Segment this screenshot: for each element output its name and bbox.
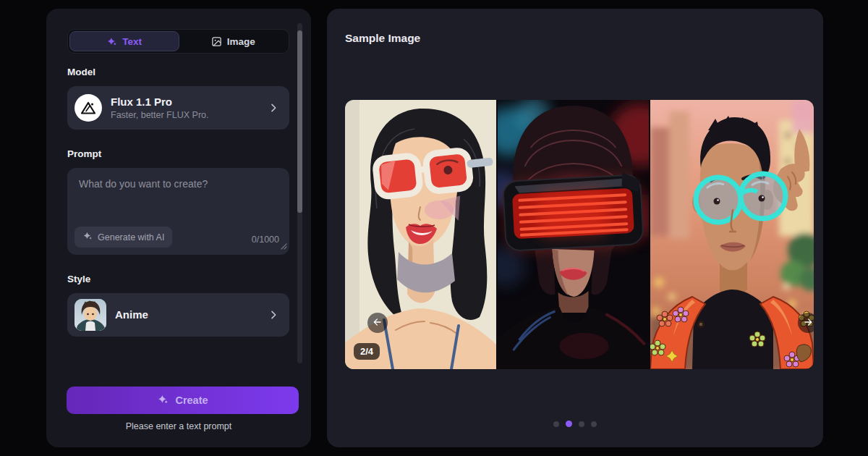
create-button[interactable]: Create bbox=[67, 387, 299, 414]
sidebar-scrollbar-track bbox=[297, 23, 302, 363]
model-name: Flux 1.1 Pro bbox=[111, 96, 259, 108]
carousel-dot[interactable] bbox=[591, 421, 597, 427]
generate-with-ai-label: Generate with AI bbox=[98, 232, 164, 242]
char-counter: 0/1000 bbox=[252, 235, 279, 245]
panel-title: Sample Image bbox=[345, 32, 420, 45]
sparkles-icon bbox=[157, 394, 169, 408]
carousel-dots bbox=[327, 421, 823, 427]
arrow-right-icon bbox=[803, 317, 813, 329]
style-name: Anime bbox=[115, 308, 148, 321]
sample-carousel: 2/4 bbox=[345, 100, 814, 369]
sample-image-3 bbox=[650, 100, 814, 369]
chevron-right-icon bbox=[268, 102, 279, 114]
anime-style-thumbnail bbox=[75, 299, 106, 331]
app-background: Text Image Model bbox=[0, 0, 868, 456]
sample-image-1 bbox=[345, 100, 496, 369]
sidebar-scrollbar-thumb[interactable] bbox=[297, 30, 302, 213]
carousel-dot[interactable] bbox=[579, 421, 584, 427]
page-counter-badge: 2/4 bbox=[354, 343, 380, 360]
tab-image[interactable]: Image bbox=[179, 31, 288, 51]
sample-panel: Sample Image bbox=[327, 9, 823, 447]
arrow-left-icon bbox=[373, 317, 383, 329]
generate-with-ai-button[interactable]: Generate with AI bbox=[75, 227, 172, 248]
mode-tabs: Text Image bbox=[67, 29, 289, 54]
sample-image-2 bbox=[498, 100, 649, 369]
carousel-prev-button[interactable] bbox=[367, 313, 388, 333]
create-button-label: Create bbox=[175, 394, 208, 406]
tab-text-label: Text bbox=[122, 36, 142, 47]
sparkles-icon bbox=[106, 36, 117, 47]
carousel-dot[interactable] bbox=[566, 421, 572, 427]
carousel-next-button[interactable] bbox=[798, 313, 814, 333]
carousel-slide-1: 2/4 bbox=[345, 100, 496, 369]
model-selector[interactable]: Flux 1.1 Pro Faster, better FLUX Pro. bbox=[67, 86, 289, 130]
prompt-section-label: Prompt bbox=[67, 148, 289, 159]
style-selector[interactable]: Anime bbox=[67, 293, 289, 337]
carousel-slide-3 bbox=[650, 100, 814, 369]
tab-text[interactable]: Text bbox=[69, 31, 179, 51]
create-helper-text: Please enter a text prompt bbox=[46, 421, 311, 431]
prompt-box: Generate with AI 0/1000 bbox=[67, 168, 289, 255]
chevron-right-icon bbox=[268, 309, 279, 321]
sparkles-icon bbox=[82, 231, 93, 243]
model-section-label: Model bbox=[67, 67, 289, 77]
style-section-label: Style bbox=[67, 274, 289, 284]
resize-handle[interactable] bbox=[280, 240, 287, 253]
generation-sidebar: Text Image Model bbox=[46, 9, 311, 447]
tab-image-label: Image bbox=[227, 36, 255, 47]
model-description: Faster, better FLUX Pro. bbox=[111, 110, 259, 120]
flux-logo-icon bbox=[75, 94, 102, 122]
carousel-slide-2 bbox=[498, 100, 649, 369]
photo-icon bbox=[211, 36, 222, 47]
carousel-dot[interactable] bbox=[553, 421, 559, 427]
